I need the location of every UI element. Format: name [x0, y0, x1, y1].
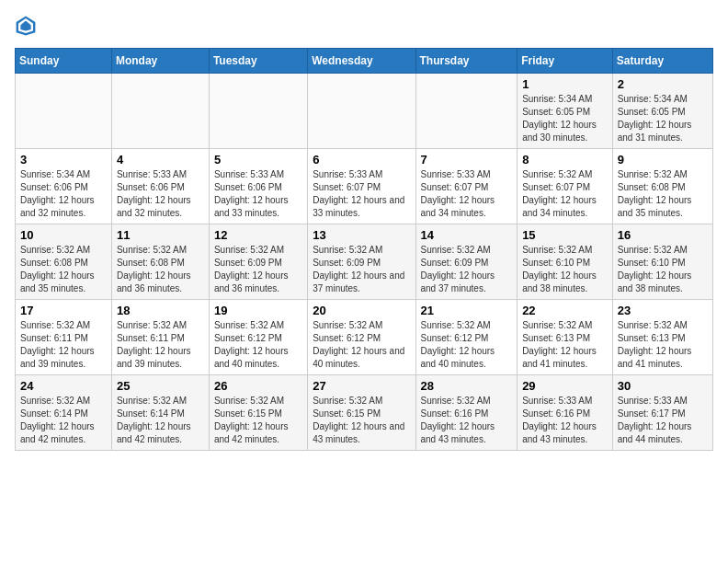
week-row-5: 24Sunrise: 5:32 AM Sunset: 6:14 PM Dayli… — [16, 375, 713, 451]
calendar-cell: 25Sunrise: 5:32 AM Sunset: 6:14 PM Dayli… — [111, 375, 209, 451]
calendar-cell: 1Sunrise: 5:34 AM Sunset: 6:05 PM Daylig… — [518, 74, 613, 149]
week-row-2: 3Sunrise: 5:34 AM Sunset: 6:06 PM Daylig… — [16, 149, 713, 224]
day-info: Sunrise: 5:33 AM Sunset: 6:06 PM Dayligh… — [117, 168, 204, 220]
calendar-cell: 4Sunrise: 5:33 AM Sunset: 6:06 PM Daylig… — [111, 149, 209, 224]
day-info: Sunrise: 5:32 AM Sunset: 6:15 PM Dayligh… — [313, 395, 410, 446]
weekday-header-row: SundayMondayTuesdayWednesdayThursdayFrid… — [16, 49, 713, 74]
weekday-header-saturday: Saturday — [612, 49, 712, 74]
calendar-cell: 28Sunrise: 5:32 AM Sunset: 6:16 PM Dayli… — [415, 375, 518, 451]
logo — [15, 15, 44, 37]
calendar-cell: 20Sunrise: 5:32 AM Sunset: 6:12 PM Dayli… — [308, 300, 415, 375]
day-info: Sunrise: 5:32 AM Sunset: 6:12 PM Dayligh… — [214, 319, 302, 371]
calendar-cell: 9Sunrise: 5:32 AM Sunset: 6:08 PM Daylig… — [612, 149, 712, 224]
calendar-cell: 12Sunrise: 5:32 AM Sunset: 6:09 PM Dayli… — [209, 224, 307, 300]
day-number: 3 — [20, 153, 107, 167]
calendar-cell: 23Sunrise: 5:32 AM Sunset: 6:13 PM Dayli… — [612, 300, 712, 375]
day-number: 8 — [522, 153, 608, 167]
day-info: Sunrise: 5:33 AM Sunset: 6:06 PM Dayligh… — [214, 168, 302, 220]
day-info: Sunrise: 5:32 AM Sunset: 6:15 PM Dayligh… — [214, 395, 302, 446]
day-number: 29 — [522, 379, 608, 393]
day-info: Sunrise: 5:34 AM Sunset: 6:06 PM Dayligh… — [20, 168, 107, 220]
day-number: 5 — [214, 153, 302, 167]
day-info: Sunrise: 5:32 AM Sunset: 6:09 PM Dayligh… — [313, 244, 410, 295]
calendar-cell: 14Sunrise: 5:32 AM Sunset: 6:09 PM Dayli… — [415, 224, 518, 300]
day-info: Sunrise: 5:32 AM Sunset: 6:10 PM Dayligh… — [522, 244, 608, 295]
day-number: 9 — [618, 153, 708, 167]
calendar-cell — [16, 74, 112, 149]
calendar-cell: 7Sunrise: 5:33 AM Sunset: 6:07 PM Daylig… — [415, 149, 518, 224]
calendar-cell — [415, 74, 518, 149]
day-info: Sunrise: 5:32 AM Sunset: 6:12 PM Dayligh… — [313, 319, 410, 371]
calendar-cell: 2Sunrise: 5:34 AM Sunset: 6:05 PM Daylig… — [612, 74, 712, 149]
day-info: Sunrise: 5:32 AM Sunset: 6:08 PM Dayligh… — [618, 168, 708, 220]
day-number: 7 — [421, 153, 513, 167]
day-info: Sunrise: 5:34 AM Sunset: 6:05 PM Dayligh… — [618, 93, 708, 144]
day-info: Sunrise: 5:32 AM Sunset: 6:08 PM Dayligh… — [117, 244, 204, 295]
week-row-1: 1Sunrise: 5:34 AM Sunset: 6:05 PM Daylig… — [16, 74, 713, 149]
day-info: Sunrise: 5:32 AM Sunset: 6:12 PM Dayligh… — [421, 319, 513, 371]
day-info: Sunrise: 5:32 AM Sunset: 6:10 PM Dayligh… — [618, 244, 708, 295]
calendar-cell — [209, 74, 307, 149]
calendar-cell — [308, 74, 415, 149]
calendar-cell: 21Sunrise: 5:32 AM Sunset: 6:12 PM Dayli… — [415, 300, 518, 375]
calendar-cell: 8Sunrise: 5:32 AM Sunset: 6:07 PM Daylig… — [518, 149, 613, 224]
day-number: 24 — [20, 379, 107, 393]
calendar-cell: 22Sunrise: 5:32 AM Sunset: 6:13 PM Dayli… — [518, 300, 613, 375]
calendar-cell — [111, 74, 209, 149]
page-header — [15, 15, 713, 37]
day-info: Sunrise: 5:32 AM Sunset: 6:13 PM Dayligh… — [618, 319, 708, 371]
day-number: 22 — [522, 304, 608, 317]
day-number: 4 — [117, 153, 204, 167]
calendar-cell: 24Sunrise: 5:32 AM Sunset: 6:14 PM Dayli… — [16, 375, 112, 451]
week-row-3: 10Sunrise: 5:32 AM Sunset: 6:08 PM Dayli… — [16, 224, 713, 300]
day-info: Sunrise: 5:32 AM Sunset: 6:16 PM Dayligh… — [421, 395, 513, 446]
day-info: Sunrise: 5:32 AM Sunset: 6:11 PM Dayligh… — [117, 319, 204, 371]
day-number: 26 — [214, 379, 302, 393]
weekday-header-friday: Friday — [518, 49, 613, 74]
calendar-cell: 19Sunrise: 5:32 AM Sunset: 6:12 PM Dayli… — [209, 300, 307, 375]
day-number: 14 — [421, 228, 513, 242]
day-info: Sunrise: 5:33 AM Sunset: 6:07 PM Dayligh… — [421, 168, 513, 220]
day-number: 13 — [313, 228, 410, 242]
calendar-cell: 10Sunrise: 5:32 AM Sunset: 6:08 PM Dayli… — [16, 224, 112, 300]
day-info: Sunrise: 5:34 AM Sunset: 6:05 PM Dayligh… — [522, 93, 608, 144]
day-info: Sunrise: 5:33 AM Sunset: 6:16 PM Dayligh… — [522, 395, 608, 446]
day-number: 18 — [117, 304, 204, 317]
day-number: 17 — [20, 304, 107, 317]
day-number: 15 — [522, 228, 608, 242]
week-row-4: 17Sunrise: 5:32 AM Sunset: 6:11 PM Dayli… — [16, 300, 713, 375]
day-info: Sunrise: 5:32 AM Sunset: 6:14 PM Dayligh… — [20, 395, 107, 446]
calendar-cell: 5Sunrise: 5:33 AM Sunset: 6:06 PM Daylig… — [209, 149, 307, 224]
calendar-cell: 18Sunrise: 5:32 AM Sunset: 6:11 PM Dayli… — [111, 300, 209, 375]
calendar-cell: 30Sunrise: 5:33 AM Sunset: 6:17 PM Dayli… — [612, 375, 712, 451]
day-number: 21 — [421, 304, 513, 317]
day-info: Sunrise: 5:32 AM Sunset: 6:09 PM Dayligh… — [214, 244, 302, 295]
day-info: Sunrise: 5:32 AM Sunset: 6:14 PM Dayligh… — [117, 395, 204, 446]
day-info: Sunrise: 5:32 AM Sunset: 6:13 PM Dayligh… — [522, 319, 608, 371]
weekday-header-sunday: Sunday — [16, 49, 112, 74]
day-number: 16 — [618, 228, 708, 242]
day-number: 20 — [313, 304, 410, 317]
calendar-cell: 29Sunrise: 5:33 AM Sunset: 6:16 PM Dayli… — [518, 375, 613, 451]
weekday-header-thursday: Thursday — [415, 49, 518, 74]
day-number: 10 — [20, 228, 107, 242]
calendar-cell: 13Sunrise: 5:32 AM Sunset: 6:09 PM Dayli… — [308, 224, 415, 300]
calendar-cell: 27Sunrise: 5:32 AM Sunset: 6:15 PM Dayli… — [308, 375, 415, 451]
day-info: Sunrise: 5:32 AM Sunset: 6:11 PM Dayligh… — [20, 319, 107, 371]
weekday-header-monday: Monday — [111, 49, 209, 74]
day-number: 27 — [313, 379, 410, 393]
weekday-header-wednesday: Wednesday — [308, 49, 415, 74]
day-number: 28 — [421, 379, 513, 393]
day-number: 30 — [618, 379, 708, 393]
day-number: 1 — [522, 77, 608, 91]
calendar-cell: 6Sunrise: 5:33 AM Sunset: 6:07 PM Daylig… — [308, 149, 415, 224]
day-info: Sunrise: 5:33 AM Sunset: 6:17 PM Dayligh… — [618, 395, 708, 446]
day-number: 25 — [117, 379, 204, 393]
calendar-cell: 11Sunrise: 5:32 AM Sunset: 6:08 PM Dayli… — [111, 224, 209, 300]
day-number: 19 — [214, 304, 302, 317]
calendar-cell: 26Sunrise: 5:32 AM Sunset: 6:15 PM Dayli… — [209, 375, 307, 451]
day-number: 2 — [618, 77, 708, 91]
day-info: Sunrise: 5:33 AM Sunset: 6:07 PM Dayligh… — [313, 168, 410, 220]
calendar-cell: 17Sunrise: 5:32 AM Sunset: 6:11 PM Dayli… — [16, 300, 112, 375]
day-number: 23 — [618, 304, 708, 317]
